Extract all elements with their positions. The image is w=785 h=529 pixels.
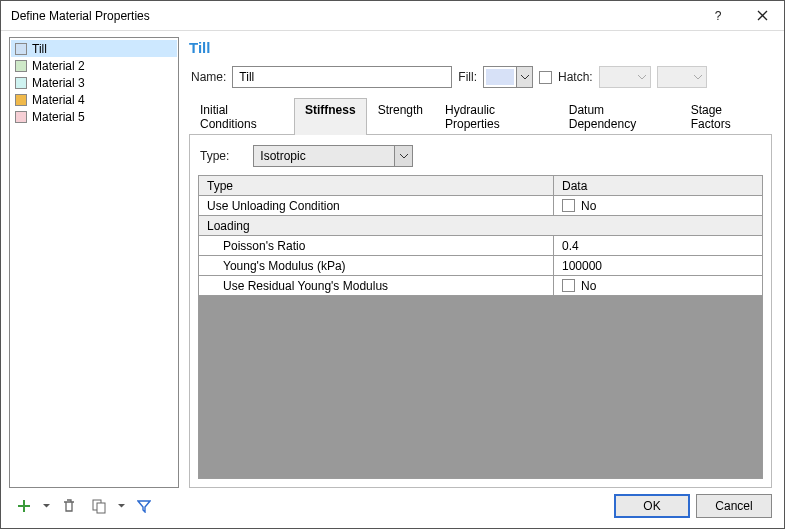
grid-row[interactable]: Young's Modulus (kPa)100000 [199,256,762,276]
fill-label: Fill: [458,70,477,84]
grid-row[interactable]: Use Residual Young's ModulusNo [199,276,762,296]
material-label: Material 5 [32,110,85,124]
grid-row[interactable]: Loading [199,216,762,236]
plus-icon [16,498,32,514]
filter-icon [137,499,151,513]
grid-cell-label: Young's Modulus (kPa) [199,256,554,275]
fill-preview [486,69,514,85]
delete-button[interactable] [58,495,80,517]
help-button[interactable]: ? [696,1,740,31]
material-swatch [15,94,27,106]
tab[interactable]: Strength [367,98,434,135]
grid-cell-value[interactable]: No [554,196,762,215]
cancel-button[interactable]: Cancel [696,494,772,518]
window-title: Define Material Properties [1,9,696,23]
ok-button[interactable]: OK [614,494,690,518]
grid-header-type: Type [199,176,554,195]
grid-cell-value[interactable]: 0.4 [554,236,762,255]
tab[interactable]: Hydraulic Properties [434,98,558,135]
close-icon [757,10,768,21]
help-icon: ? [715,9,722,23]
main-panel: Till Name: Fill: Hatch: [185,37,776,488]
name-label: Name: [191,70,226,84]
tab-content: Type: Isotropic Type Data Use Unloading … [189,135,772,488]
material-label: Material 4 [32,93,85,107]
tab[interactable]: Stiffness [294,98,367,135]
grid-rows: Use Unloading ConditionNoLoadingPoisson'… [199,196,762,296]
dialog-window: Define Material Properties ? TillMateria… [0,0,785,529]
material-swatch [15,77,27,89]
chevron-down-icon [516,67,532,87]
material-item[interactable]: Material 2 [11,57,177,74]
materials-list[interactable]: TillMaterial 2Material 3Material 4Materi… [9,37,179,488]
material-item[interactable]: Material 3 [11,74,177,91]
grid-checkbox[interactable] [562,199,575,212]
type-row: Type: Isotropic [198,145,763,175]
hatch-color-dropdown [657,66,707,88]
add-button[interactable] [13,495,35,517]
grid-row[interactable]: Poisson's Ratio0.4 [199,236,762,256]
copy-button[interactable] [88,495,110,517]
grid-header: Type Data [199,176,762,196]
type-dropdown[interactable]: Isotropic [253,145,413,167]
material-heading: Till [185,37,776,66]
tab[interactable]: Datum Dependency [558,98,680,135]
footer-toolbar [13,495,155,517]
hatch-checkbox[interactable] [539,71,552,84]
chevron-down-icon[interactable] [118,504,125,508]
chevron-down-icon [634,75,650,80]
type-value: Isotropic [254,149,394,163]
tab[interactable]: Initial Conditions [189,98,294,135]
svg-rect-1 [97,503,105,513]
grid-checkbox[interactable] [562,279,575,292]
name-fill-row: Name: Fill: Hatch: [185,66,776,98]
footer: OK Cancel [1,490,784,528]
grid-cell-label: Use Unloading Condition [199,196,554,215]
grid-cell-label: Use Residual Young's Modulus [199,276,554,295]
chevron-down-icon[interactable] [43,504,50,508]
material-swatch [15,111,27,123]
material-item[interactable]: Material 5 [11,108,177,125]
properties-grid[interactable]: Type Data Use Unloading ConditionNoLoadi… [198,175,763,479]
dialog-body: TillMaterial 2Material 3Material 4Materi… [1,31,784,490]
grid-cell-value[interactable]: 100000 [554,256,762,275]
grid-cell-label: Loading [199,216,762,235]
titlebar: Define Material Properties ? [1,1,784,31]
filter-button[interactable] [133,495,155,517]
material-label: Material 3 [32,76,85,90]
material-swatch [15,60,27,72]
type-label: Type: [200,149,229,163]
chevron-down-icon [690,75,706,80]
fill-color-dropdown[interactable] [483,66,533,88]
material-item[interactable]: Material 4 [11,91,177,108]
grid-row[interactable]: Use Unloading ConditionNo [199,196,762,216]
grid-cell-value[interactable]: No [554,276,762,295]
material-item[interactable]: Till [11,40,177,57]
tab-strip: Initial ConditionsStiffnessStrengthHydra… [189,98,772,135]
close-button[interactable] [740,1,784,31]
grid-header-data: Data [554,176,762,195]
chevron-down-icon [394,146,412,166]
material-label: Till [32,42,47,56]
hatch-label: Hatch: [558,70,593,84]
tab[interactable]: Stage Factors [680,98,772,135]
copy-icon [91,498,107,514]
hatch-pattern-dropdown [599,66,651,88]
grid-cell-label: Poisson's Ratio [199,236,554,255]
material-swatch [15,43,27,55]
name-input[interactable] [232,66,452,88]
trash-icon [62,498,76,514]
grid-empty-area [199,296,762,478]
material-label: Material 2 [32,59,85,73]
